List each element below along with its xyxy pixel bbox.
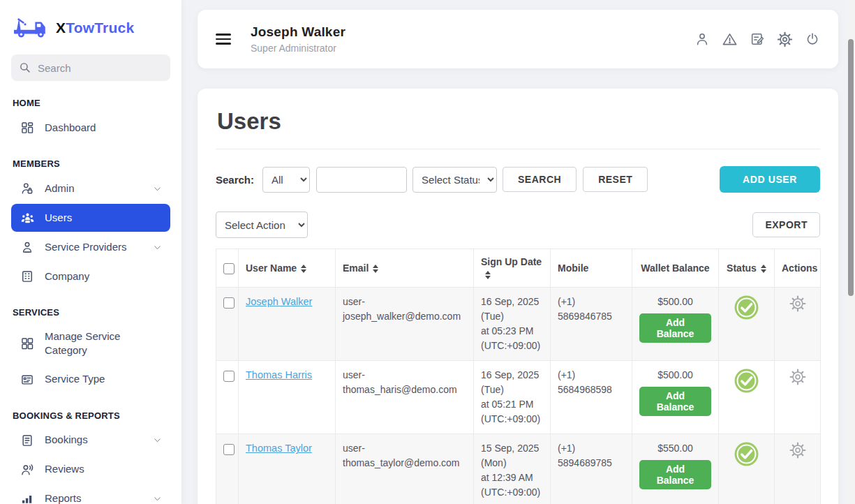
signup-date-cell: 16 Sep, 2025 (Tue)at 05:21 PM (UTC:+09:0… xyxy=(474,361,551,434)
filter-by-select[interactable]: All xyxy=(262,167,310,193)
users-table: User NameEmailSign Up DateMobileWallet B… xyxy=(216,249,821,504)
sidebar-item-label: Dashboard xyxy=(45,121,96,135)
status-active-icon[interactable] xyxy=(734,295,759,325)
add-balance-button[interactable]: Add Balance xyxy=(639,313,711,343)
menu-toggle-icon[interactable] xyxy=(216,31,231,47)
row-checkbox[interactable] xyxy=(223,444,235,455)
mobile-cell: (+1)5894689785 xyxy=(551,434,632,504)
app-window: XTowTruck HOMEDashboardMEMBERSAdminUsers… xyxy=(0,0,855,504)
signup-time: at 12:39 AM (UTC:+09:00) xyxy=(481,470,543,500)
user-name-cell: Thomas Harris xyxy=(239,361,336,434)
row-checkbox[interactable] xyxy=(223,297,235,309)
signup-time: at 05:21 PM (UTC:+09:00) xyxy=(481,397,543,427)
column-label: Mobile xyxy=(558,262,588,274)
service-providers-icon xyxy=(20,239,35,255)
user-name-link[interactable]: Thomas Taylor xyxy=(246,443,312,454)
row-settings-gear-icon[interactable] xyxy=(789,368,807,388)
sidebar-item-bookings[interactable]: Bookings xyxy=(11,427,170,454)
search-button[interactable]: SEARCH xyxy=(503,167,577,192)
select-all-checkbox[interactable] xyxy=(223,263,235,274)
add-user-button[interactable]: ADD USER xyxy=(720,166,820,193)
search-keyword-input[interactable] xyxy=(316,167,407,193)
mobile-cell: (+1)5869846785 xyxy=(551,288,632,361)
mobile-prefix: (+1) xyxy=(558,441,625,456)
row-select-cell xyxy=(216,288,239,361)
chevron-down-icon xyxy=(153,184,162,193)
current-user-name: Joseph Walker xyxy=(251,24,345,40)
status-filter-select[interactable]: Select Status xyxy=(412,167,497,193)
row-checkbox[interactable] xyxy=(223,371,235,382)
bookings-icon xyxy=(20,433,35,448)
profile-icon[interactable] xyxy=(694,31,710,47)
email-cell: user-thomas_haris@demo.com xyxy=(336,361,474,434)
column-label: Status xyxy=(727,262,757,274)
filter-row: Search: All Select Status SEARCH RESET A… xyxy=(216,166,820,193)
page-scrollbar-thumb[interactable] xyxy=(848,39,854,296)
user-name-link[interactable]: Thomas Harris xyxy=(246,369,312,380)
column-header-actions: Actions xyxy=(775,249,821,288)
sort-icon[interactable] xyxy=(301,265,306,273)
category-icon xyxy=(20,336,35,351)
user-name-link[interactable]: Joseph Walker xyxy=(246,296,312,307)
sidebar-item-label: Service Type xyxy=(45,372,105,386)
reports-icon xyxy=(20,491,35,504)
chevron-down-icon xyxy=(153,494,162,503)
table-row-joseph-walker: Joseph Walkeruser-joseph_walker@demo.com… xyxy=(216,288,821,361)
row-settings-gear-icon[interactable] xyxy=(789,295,807,315)
dashboard-icon xyxy=(20,120,35,135)
row-select-cell xyxy=(216,434,239,504)
current-user-role: Super Administrator xyxy=(251,43,345,54)
status-cell xyxy=(719,361,775,434)
sidebar-search xyxy=(11,54,170,81)
column-label: Wallet Balance xyxy=(641,262,709,274)
sidebar-item-company[interactable]: Company xyxy=(11,262,170,290)
select-all-header xyxy=(216,249,239,288)
alert-icon[interactable] xyxy=(722,31,738,47)
sidebar-section-home: HOME xyxy=(13,98,169,108)
power-icon[interactable] xyxy=(805,31,820,47)
export-button[interactable]: EXPORT xyxy=(752,212,820,237)
add-balance-button[interactable]: Add Balance xyxy=(639,460,711,489)
sidebar-item-users[interactable]: Users xyxy=(11,204,170,232)
add-balance-button[interactable]: Add Balance xyxy=(639,387,711,416)
wallet-balance-value: $500.00 xyxy=(639,368,711,383)
row-settings-gear-icon[interactable] xyxy=(789,441,807,461)
bulk-action-select[interactable]: Select Action xyxy=(216,212,308,238)
sort-icon[interactable] xyxy=(485,271,491,279)
status-active-icon[interactable] xyxy=(734,368,759,398)
status-cell xyxy=(719,434,775,504)
status-active-icon[interactable] xyxy=(734,441,759,471)
sidebar-item-label: Bookings xyxy=(45,433,88,447)
form-icon[interactable] xyxy=(750,31,765,47)
column-header-status[interactable]: Status xyxy=(719,249,775,288)
column-header-mobile: Mobile xyxy=(551,249,632,288)
column-header-email[interactable]: Email xyxy=(336,249,474,288)
status-cell xyxy=(719,288,775,361)
sort-icon[interactable] xyxy=(373,265,378,273)
sidebar-item-reviews[interactable]: Reviews xyxy=(11,456,170,484)
settings-icon[interactable] xyxy=(777,31,793,47)
sidebar-item-service-type[interactable]: Service Type xyxy=(11,366,170,394)
reset-button[interactable]: RESET xyxy=(583,167,648,192)
column-header-sign-up-date[interactable]: Sign Up Date xyxy=(474,249,551,288)
brand-logo[interactable]: XTowTruck xyxy=(11,15,170,40)
sidebar-item-dashboard[interactable]: Dashboard xyxy=(11,114,170,142)
wallet-balance-cell: $500.00Add Balance xyxy=(632,361,719,434)
user-name-cell: Thomas Taylor xyxy=(239,434,336,504)
column-header-wallet-balance: Wallet Balance xyxy=(632,249,719,288)
sidebar-item-reports[interactable]: Reports xyxy=(11,485,170,504)
sidebar-item-service-providers[interactable]: Service Providers xyxy=(11,233,170,261)
reviews-icon xyxy=(20,462,35,477)
sort-icon[interactable] xyxy=(761,265,766,273)
wallet-balance-value: $550.00 xyxy=(639,441,711,456)
sidebar-item-label: Users xyxy=(45,211,72,225)
sidebar-item-manage-service-category[interactable]: Manage Service Category xyxy=(11,323,170,364)
column-header-user-name[interactable]: User Name xyxy=(239,249,336,288)
main-area: Joseph Walker Super Administrator Users … xyxy=(181,0,855,504)
sidebar-item-admin[interactable]: Admin xyxy=(11,175,170,202)
actions-cell xyxy=(775,288,821,361)
page-scrollbar-track[interactable] xyxy=(847,0,855,504)
mobile-number: 5684968598 xyxy=(558,383,625,397)
sidebar-search-input[interactable] xyxy=(11,54,170,81)
wallet-balance-value: $500.00 xyxy=(639,295,711,309)
